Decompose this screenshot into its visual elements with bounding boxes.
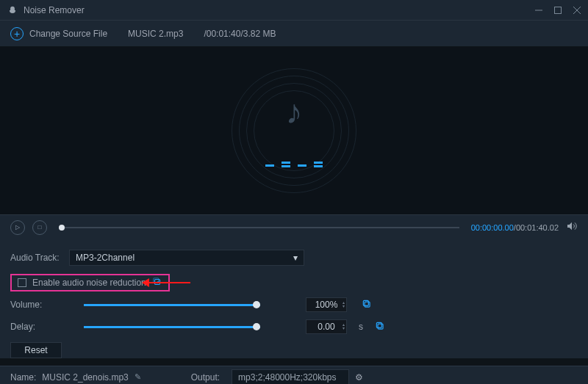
seek-slider[interactable]: [59, 227, 459, 228]
volume-knob[interactable]: [253, 301, 260, 308]
time-current: 00:00:00.00: [471, 223, 514, 232]
delay-stepper[interactable]: ▴▾: [343, 323, 345, 330]
volume-value: 100%: [315, 300, 338, 310]
equalizer-icon: [265, 164, 323, 167]
audio-track-select[interactable]: MP3-2Channel ▾: [69, 250, 304, 266]
source-fileinfo: /00:01:40/3.82 MB: [204, 29, 276, 39]
options-panel: Audio Track: MP3-2Channel ▾ Enable audio…: [0, 239, 588, 358]
app-title: Noise Remover: [24, 5, 85, 15]
name-label: Name:: [10, 372, 36, 383]
delay-unit: s: [359, 322, 363, 332]
output-name-row: Name: MUSIC 2_denois.mp3 ✎ Output: mp3;2…: [0, 366, 588, 384]
output-settings-icon[interactable]: ⚙: [355, 372, 363, 383]
delay-input[interactable]: 0.00 ▴▾: [306, 319, 347, 334]
noise-reduction-label: Enable audio noise reduction: [32, 278, 146, 288]
change-source-label: Change Source File: [29, 29, 107, 39]
close-icon[interactable]: [573, 7, 581, 14]
name-value: MUSIC 2_denois.mp3: [42, 372, 128, 383]
seek-knob[interactable]: [59, 225, 65, 231]
delay-slider[interactable]: [84, 326, 260, 328]
audio-visualizer: ♪: [232, 68, 356, 193]
music-note-icon: ♪: [286, 92, 303, 131]
svg-rect-6: [365, 302, 370, 307]
time-display: 00:00:00.00/00:01:40.02: [471, 223, 559, 232]
time-total: /00:01:40.02: [514, 223, 559, 232]
chevron-down-icon: ▾: [293, 253, 298, 263]
volume-input[interactable]: 100% ▴▾: [306, 297, 347, 312]
volume-slider[interactable]: [84, 304, 260, 306]
delay-value: 0.00: [318, 322, 334, 332]
play-button[interactable]: ▷: [10, 220, 25, 235]
svg-rect-9: [376, 322, 381, 327]
plus-circle-icon: +: [10, 27, 24, 40]
audio-track-label: Audio Track:: [10, 253, 62, 263]
delay-knob[interactable]: [253, 323, 260, 330]
output-label: Output:: [191, 372, 220, 383]
svg-rect-8: [378, 324, 383, 329]
svg-rect-1: [555, 7, 562, 13]
volume-stepper[interactable]: ▴▾: [343, 301, 345, 308]
speaker-icon[interactable]: [566, 221, 578, 233]
preview-area: ♪: [0, 47, 588, 214]
source-filename: MUSIC 2.mp3: [128, 29, 183, 39]
svg-rect-7: [363, 300, 368, 305]
noise-reduction-checkbox[interactable]: [18, 278, 26, 287]
reset-label: Reset: [24, 345, 47, 355]
delay-label: Delay:: [10, 322, 62, 332]
output-format-value: mp3;2;48000Hz;320kbps: [238, 372, 336, 383]
titlebar: Noise Remover: [0, 0, 588, 21]
app-logo-icon: [7, 5, 18, 15]
edit-name-icon[interactable]: ✎: [135, 372, 141, 382]
volume-apply-icon[interactable]: [362, 299, 372, 311]
maximize-icon[interactable]: [554, 7, 562, 14]
delay-apply-icon[interactable]: [375, 321, 385, 333]
change-source-button[interactable]: + Change Source File: [10, 27, 107, 40]
transport-bar: ▷ □ 00:00:00.00/00:01:40.02: [0, 214, 588, 239]
stop-button[interactable]: □: [32, 220, 47, 235]
audio-track-value: MP3-2Channel: [76, 253, 135, 263]
output-format-box: mp3;2;48000Hz;320kbps: [232, 369, 349, 385]
volume-label: Volume:: [10, 300, 62, 310]
minimize-icon[interactable]: [535, 7, 542, 14]
reset-button[interactable]: Reset: [10, 342, 62, 358]
source-toolbar: + Change Source File MUSIC 2.mp3 /00:01:…: [0, 21, 588, 47]
